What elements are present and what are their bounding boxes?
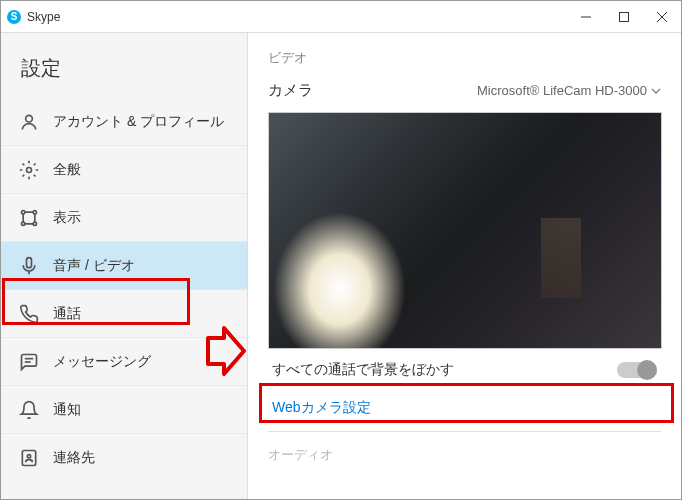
settings-title: 設定 [1,33,247,98]
sidebar-item-label: 音声 / ビデオ [53,257,135,275]
svg-point-8 [22,222,25,225]
chevron-down-icon [651,86,661,96]
camera-preview [268,112,662,349]
window-controls [567,1,681,33]
sidebar-item-general[interactable]: 全般 [1,146,247,194]
app-title: Skype [27,10,60,24]
titlebar-left: S Skype [1,10,60,24]
camera-value: Microsoft® LifeCam HD-3000 [477,83,647,98]
minimize-button[interactable] [567,1,605,33]
sidebar-item-label: アカウント & プロフィール [53,113,224,131]
svg-point-14 [27,455,30,458]
close-button[interactable] [643,1,681,33]
sidebar-item-audio-video[interactable]: 音声 / ビデオ [1,242,247,290]
chat-icon [19,352,39,372]
blur-background-row: すべての通話で背景をぼかす [268,349,661,391]
bell-icon [19,400,39,420]
contacts-icon [19,448,39,468]
camera-row: カメラ Microsoft® LifeCam HD-3000 [268,81,661,100]
sidebar-item-account[interactable]: アカウント & プロフィール [1,98,247,146]
phone-icon [19,304,39,324]
main-panel: ビデオ カメラ Microsoft® LifeCam HD-3000 すべての通… [248,33,681,499]
svg-point-6 [22,210,25,213]
annotation-arrow-icon [206,326,246,376]
blur-background-toggle[interactable] [617,362,657,378]
sidebar-item-display[interactable]: 表示 [1,194,247,242]
svg-point-7 [33,210,36,213]
camera-label: カメラ [268,81,313,100]
svg-rect-10 [27,257,32,267]
sidebar-item-label: 連絡先 [53,449,95,467]
audio-section-label: オーディオ [268,446,661,464]
svg-point-5 [27,167,32,172]
mic-icon [19,256,39,276]
blur-background-label: すべての通話で背景をぼかす [272,361,454,379]
paint-icon [19,208,39,228]
svg-rect-1 [620,12,629,21]
camera-selector[interactable]: Microsoft® LifeCam HD-3000 [477,83,661,98]
skype-icon: S [7,10,21,24]
sidebar-item-label: 通知 [53,401,81,419]
sidebar-item-notification[interactable]: 通知 [1,386,247,434]
sidebar-item-contacts[interactable]: 連絡先 [1,434,247,482]
sidebar-item-label: 全般 [53,161,81,179]
svg-point-4 [26,115,33,122]
svg-point-9 [33,222,36,225]
webcam-settings-link[interactable]: Webカメラ設定 [268,391,661,432]
titlebar: S Skype [1,1,681,33]
sidebar: 設定 アカウント & プロフィール 全般 表示 音声 / [1,33,248,499]
content: 設定 アカウント & プロフィール 全般 表示 音声 / [1,33,681,499]
person-icon [19,112,39,132]
sidebar-item-label: 表示 [53,209,81,227]
sidebar-item-label: メッセージング [53,353,151,371]
sidebar-item-label: 通話 [53,305,81,323]
video-section-label: ビデオ [268,49,661,67]
gear-icon [19,160,39,180]
maximize-button[interactable] [605,1,643,33]
